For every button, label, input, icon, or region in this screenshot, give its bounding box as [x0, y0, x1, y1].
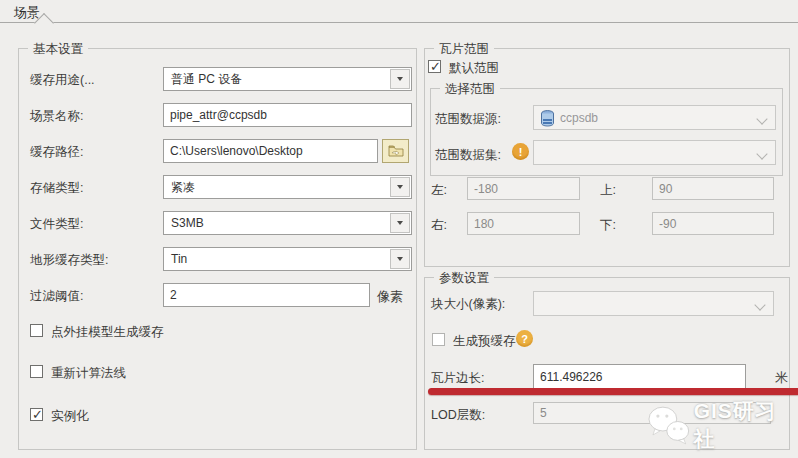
checkbox-recalc-normals-label: 重新计算法线 [51, 365, 126, 382]
database-icon [540, 110, 555, 127]
scene-name-input[interactable] [163, 103, 412, 127]
bound-left-input [467, 177, 580, 200]
dropdown-arrow-icon[interactable] [390, 213, 410, 233]
storage-type-label: 存储类型: [30, 180, 83, 197]
range-datasource-select: ccpsdb [533, 105, 776, 130]
basic-settings-title: 基本设置 [28, 41, 88, 58]
range-dataset-select [533, 140, 776, 165]
filter-threshold-input[interactable] [163, 283, 370, 307]
range-datasource-label: 范围数据源: [435, 111, 501, 128]
checkbox-recalc-normals[interactable] [30, 365, 43, 378]
storage-type-value: 紧凑 [171, 176, 195, 198]
watermark: GIS研习社 [646, 397, 798, 453]
cache-usage-value: 普通 PC 设备 [171, 68, 242, 90]
watermark-text: GIS研习社 [694, 397, 798, 453]
file-type-value: S3MB [171, 212, 204, 234]
folder-icon [388, 145, 404, 157]
bound-left-label: 左: [431, 182, 447, 199]
block-size-select [533, 291, 774, 316]
terrain-cache-type-label: 地形缓存类型: [30, 252, 108, 269]
cache-path-input[interactable] [163, 139, 378, 163]
terrain-cache-type-select[interactable]: Tin [163, 247, 412, 271]
checkbox-instantiate-label: 实例化 [51, 408, 89, 425]
block-size-label: 块大小(像素): [431, 296, 505, 313]
checkbox-pre-cache[interactable] [432, 333, 445, 346]
warning-icon: ! [512, 143, 529, 160]
browse-folder-button[interactable] [382, 139, 409, 163]
file-type-select[interactable]: S3MB [163, 211, 412, 235]
tab-divider [0, 22, 798, 23]
storage-type-select[interactable]: 紧凑 [163, 175, 412, 199]
range-datasource-value: ccpsdb [560, 106, 598, 129]
range-dataset-label: 范围数据集: [435, 147, 501, 164]
checkbox-pre-cache-label: 生成预缓存 [453, 333, 516, 350]
chevron-down-icon [756, 113, 767, 124]
tile-side-input[interactable] [533, 364, 746, 389]
pixel-unit-label: 像素 [377, 288, 403, 306]
bound-right-input [467, 212, 580, 235]
checkbox-point-model-cache[interactable] [30, 324, 43, 337]
checkbox-default-range[interactable] [428, 60, 441, 73]
select-range-title: 选择范围 [440, 81, 500, 98]
terrain-cache-type-value: Tin [171, 248, 187, 270]
scene-cache-dialog: 场景 基本设置 缓存用途(... 普通 PC 设备 场景名称: 缓存路径: 存储… [0, 0, 798, 458]
checkbox-point-model-cache-label: 点外挂模型生成缓存 [51, 324, 164, 341]
bound-bottom-input [652, 212, 774, 235]
wechat-logo-icon [646, 404, 692, 446]
filter-threshold-label: 过滤阈值: [30, 288, 83, 305]
dropdown-arrow-icon[interactable] [390, 177, 410, 197]
red-underline-annotation [428, 388, 798, 395]
bound-bottom-label: 下: [600, 217, 616, 234]
bound-top-label: 上: [600, 182, 616, 199]
checkbox-instantiate[interactable] [30, 408, 43, 421]
bound-top-input [652, 177, 774, 200]
cache-usage-label: 缓存用途(... [30, 72, 95, 89]
checkbox-default-range-label: 默认范围 [449, 60, 499, 77]
bound-right-label: 右: [431, 217, 447, 234]
cache-path-label: 缓存路径: [30, 144, 83, 161]
lod-layers-label: LOD层数: [431, 407, 485, 424]
scene-name-label: 场景名称: [30, 108, 83, 125]
dropdown-arrow-icon[interactable] [390, 249, 410, 269]
tile-side-label: 瓦片边长: [431, 370, 484, 387]
params-title: 参数设置 [434, 270, 494, 287]
cache-usage-select[interactable]: 普通 PC 设备 [163, 67, 412, 91]
file-type-label: 文件类型: [30, 216, 83, 233]
help-icon[interactable]: ? [516, 330, 533, 347]
meter-unit-label: 米 [775, 369, 788, 387]
dropdown-arrow-icon[interactable] [390, 69, 410, 89]
chevron-down-icon [754, 299, 765, 310]
tile-range-title: 瓦片范围 [434, 41, 494, 58]
chevron-down-icon [756, 148, 767, 159]
